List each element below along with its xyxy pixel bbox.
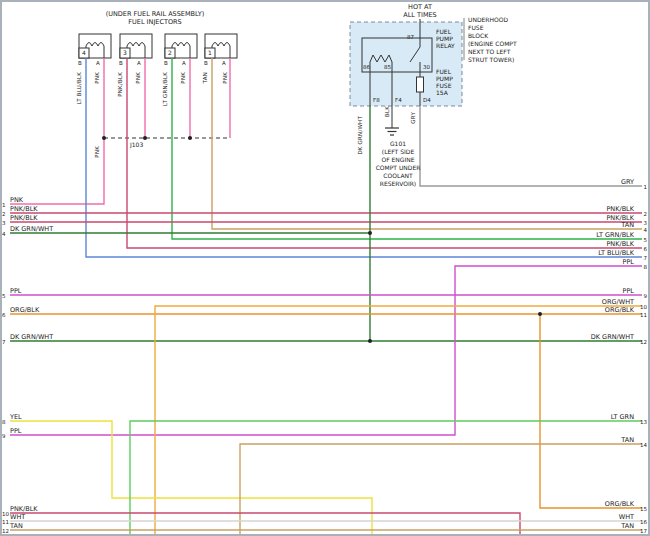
injector-caption-line2: FUEL INJECTORS xyxy=(90,18,220,26)
cavity-label-f8: F8 xyxy=(373,97,380,103)
injector3-pin-b: B xyxy=(119,60,123,66)
fuse-name-line2: PUMP xyxy=(436,75,453,82)
right-pin-5-num: 5 xyxy=(644,236,648,244)
injector4-number: 4 xyxy=(79,49,89,56)
left-pin-1-label: PNK xyxy=(10,196,23,204)
left-pin-2-num: 2 xyxy=(2,210,6,218)
fuse-name-line3: FUSE xyxy=(436,82,451,89)
wire-ltgrn xyxy=(130,421,642,536)
right-pin-7-label: LT BLU/BLK xyxy=(598,249,634,257)
wiring-diagram-page: (UNDER FUEL RAIL ASSEMBLY) FUEL INJECTOR… xyxy=(0,0,650,536)
wire-label-pnk-feed: PNK xyxy=(94,146,100,158)
splice-dot-1 xyxy=(102,136,106,140)
right-pin-5-label: LT GRN/BLK xyxy=(596,231,634,239)
wire-label-ltblublk: LT BLU/BLK xyxy=(76,72,82,104)
right-pin-15-label: ORG/BLK xyxy=(605,500,634,508)
left-pin-2-label: PNK/BLK xyxy=(10,205,38,213)
right-pin-1-label: GRY xyxy=(621,178,634,186)
injector1-number: 1 xyxy=(205,49,215,56)
wire-label-pnk-1a: PNK xyxy=(222,72,228,84)
left-pin-3-label: PNK/BLK xyxy=(10,214,38,222)
fuse-block-label-line2: FUSE xyxy=(468,24,483,31)
cavity-label-d4: D4 xyxy=(423,97,431,103)
left-pin-4-num: 4 xyxy=(2,230,6,238)
wire-pnk-feed xyxy=(10,138,104,204)
right-pin-16-num: 16 xyxy=(640,518,647,526)
right-pin-16-label: WHT xyxy=(619,513,634,521)
right-pin-7-num: 7 xyxy=(644,254,648,262)
left-pin-8-label: YEL xyxy=(10,413,22,421)
wire-ppl-link xyxy=(10,266,642,435)
fuse-block-label-line4: (ENGINE COMPT xyxy=(468,40,517,47)
relay-name-line1: FUEL xyxy=(436,28,451,35)
left-pin-1-num: 1 xyxy=(2,201,6,209)
left-pin-7-label: DK GRN/WHT xyxy=(10,333,53,341)
left-pin-10-label: PNK/BLK xyxy=(10,505,38,513)
injector3-pin-a: A xyxy=(137,60,141,66)
wire-tan-mid xyxy=(240,444,642,536)
right-pin-6-num: 6 xyxy=(644,245,648,253)
ground-desc-line2: OF ENGINE xyxy=(370,156,426,163)
right-pin-15-num: 15 xyxy=(640,505,647,513)
junction-dot-dkgrnwht-branch xyxy=(368,231,372,235)
right-pin-17-num: 17 xyxy=(640,527,647,535)
wire-label-blk: BLK xyxy=(384,106,390,117)
right-pin-8-num: 8 xyxy=(644,263,648,271)
fuse-block-label-line5: NEXT TO LEFT xyxy=(468,48,510,55)
relay-name-line2: PUMP xyxy=(436,35,453,42)
wire-label-gry: GRY xyxy=(410,112,416,124)
fuse-block-label-line3: BLOCK xyxy=(468,32,488,39)
right-pin-9-num: 9 xyxy=(644,292,648,300)
right-pin-10-num: 10 xyxy=(640,303,647,311)
left-pin-4-label: DK GRN/WHT xyxy=(10,225,53,233)
wire-pnkblk-left10 xyxy=(10,513,520,536)
wire-orgblk-branch xyxy=(540,314,642,508)
left-pin-9-label: PPL xyxy=(10,427,21,435)
relay-pin85-label: 85 xyxy=(384,64,391,70)
left-pin-3-num: 3 xyxy=(2,219,6,227)
wire-label-pnk-3a: PNK xyxy=(135,72,141,84)
right-pin-4-num: 4 xyxy=(644,226,648,234)
wire-gry xyxy=(420,106,642,186)
right-pin-10-label: ORG/WHT xyxy=(602,298,634,306)
left-pin-6-num: 6 xyxy=(2,311,6,319)
ground-id: G101 xyxy=(376,140,420,147)
left-pin-9-num: 9 xyxy=(2,432,6,440)
hot-at-label-line2: ALL TIMES xyxy=(395,11,445,19)
left-pin-11-label: WHT xyxy=(10,513,25,521)
ground-desc-line1: (LEFT SIDE xyxy=(370,148,426,155)
right-pin-2-label: PNK/BLK xyxy=(606,205,634,213)
left-pin-10-num: 10 xyxy=(2,510,9,518)
cavity-label-f4: F4 xyxy=(395,97,402,103)
right-pin-13-num: 13 xyxy=(640,418,647,426)
right-pin-9-label: PPL xyxy=(623,287,634,295)
wire-label-pnkblk-3b: PNK/BLK xyxy=(117,72,123,97)
wire-label-ltgrnblk-2b: LT GRN/BLK xyxy=(162,72,168,106)
relay-pin86-label: 86 xyxy=(363,64,370,70)
injector4-pin-b: B xyxy=(78,60,82,66)
injector-caption-line1: (UNDER FUEL RAIL ASSEMBLY) xyxy=(90,10,220,18)
right-pin-11-label: ORG/BLK xyxy=(605,306,634,314)
splice-dot-3 xyxy=(188,136,192,140)
injector2-pin-a: A xyxy=(182,60,186,66)
ground-desc-line4: COOLANT xyxy=(370,172,426,179)
fuse-block-label-line6: STRUT TOWER) xyxy=(468,56,514,63)
right-pin-4-label: TAN xyxy=(621,221,634,229)
right-pin-14-label: TAN xyxy=(621,436,634,444)
right-pin-8-label: PPL xyxy=(623,258,634,266)
right-pin-13-label: LT GRN xyxy=(611,413,634,421)
right-pin-2-num: 2 xyxy=(644,210,648,218)
hot-at-label-line1: HOT AT xyxy=(395,3,445,11)
right-pin-12-num: 12 xyxy=(640,338,647,346)
relay-pin87-label: 87 xyxy=(407,34,414,40)
junction-dot-orgblk xyxy=(538,312,542,316)
left-pin-6-label: ORG/BLK xyxy=(10,306,39,314)
left-pin-12-label: TAN xyxy=(10,522,23,530)
relay-name-line3: RELAY xyxy=(436,42,455,49)
left-pin-8-num: 8 xyxy=(2,418,6,426)
injector2-pin-b: B xyxy=(164,60,168,66)
wire-label-pnk-4a: PNK xyxy=(94,72,100,84)
splice-j103-label: J103 xyxy=(130,141,143,148)
right-pin-12-label: DK GRN/WHT xyxy=(591,333,634,341)
fuse-name-line1: FUEL xyxy=(436,68,451,75)
